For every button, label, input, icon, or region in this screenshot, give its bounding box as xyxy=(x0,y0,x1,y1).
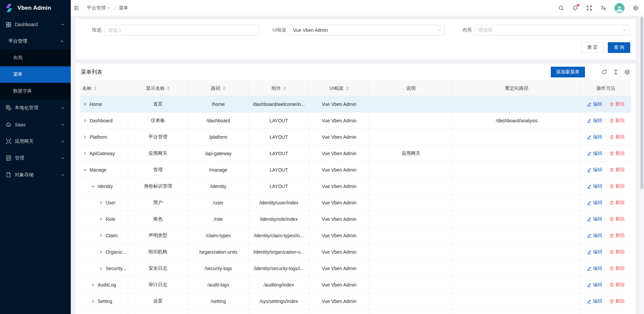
sidebar-item-localization[interactable]: 本地化管理 xyxy=(0,100,71,116)
edit-button[interactable]: 编辑 xyxy=(587,118,602,124)
table-row[interactable]: Platform平台管理/platformLAYOUTVue Vben Admi… xyxy=(80,129,631,145)
delete-button[interactable]: 删除 xyxy=(609,101,625,107)
settings-button[interactable] xyxy=(633,5,639,11)
delete-button[interactable]: 删除 xyxy=(609,298,625,304)
search-button[interactable] xyxy=(558,5,564,11)
notification-button[interactable] xyxy=(572,5,578,11)
sort-caret-icon[interactable] xyxy=(223,86,225,90)
avatar[interactable] xyxy=(614,3,625,13)
add-menu-button[interactable]: 添加新菜单 xyxy=(551,67,585,77)
translate-button[interactable] xyxy=(600,5,606,11)
expand-row-icon[interactable] xyxy=(99,234,103,238)
edit-button[interactable]: 编辑 xyxy=(587,183,602,189)
delete-button[interactable]: 删除 xyxy=(609,167,625,173)
chevron-down-icon xyxy=(107,6,111,10)
scrollbar-thumb[interactable] xyxy=(640,17,643,189)
sidebar-item-manage[interactable]: 管理 xyxy=(0,150,71,167)
edit-button[interactable]: 编辑 xyxy=(587,167,602,173)
table-row[interactable]: Security...安全日志/security-logs/identity/s… xyxy=(80,260,631,277)
expand-row-icon[interactable] xyxy=(99,250,103,254)
app-logo[interactable]: Vben Admin xyxy=(0,0,71,16)
edit-button[interactable]: 编辑 xyxy=(587,282,602,288)
ui-framework-select[interactable]: Vue Vben Admin xyxy=(289,25,444,36)
cell-path: /user xyxy=(188,195,249,211)
delete-button[interactable]: 删除 xyxy=(609,282,625,288)
breadcrumb-section[interactable]: 平台管理 xyxy=(87,5,111,11)
column-header-display[interactable]: 显示名称 xyxy=(128,80,188,96)
column-header-framework[interactable]: UI框架 xyxy=(309,80,369,96)
table-row[interactable]: User用户/user/identity/user/indexVue Vben … xyxy=(80,195,631,211)
delete-button[interactable]: 删除 xyxy=(609,200,625,206)
column-header-component[interactable]: 组件 xyxy=(249,80,309,96)
edit-button[interactable]: 编辑 xyxy=(587,134,602,140)
column-header-path[interactable]: 路径 xyxy=(188,80,249,96)
table-row[interactable]: Setting设置/setting/sys/settings/indexVue … xyxy=(80,293,631,310)
sidebar-item-dashboard[interactable]: Dashboard xyxy=(0,16,71,33)
table-row[interactable]: Home首页/home/dashboard/welcome/in...Vue V… xyxy=(80,96,631,113)
sort-caret-icon[interactable] xyxy=(94,86,97,90)
table-row[interactable]: Identity身份标识管理/identityLAYOUTVue Vben Ad… xyxy=(80,178,631,195)
sidebar-item-layout[interactable]: 布局 xyxy=(0,50,71,66)
delete-button[interactable]: 删除 xyxy=(609,216,625,222)
edit-button[interactable]: 编辑 xyxy=(587,150,602,156)
table-row[interactable]: Organiz...组织机构/organization-units/identi… xyxy=(80,244,631,260)
sidebar-item-saas[interactable]: Saas xyxy=(0,116,71,133)
table-row[interactable]: Manage管理/manageLAYOUTVue Vben Admin编辑删除 xyxy=(80,162,631,178)
expand-row-icon[interactable] xyxy=(91,299,95,304)
expand-row-icon[interactable] xyxy=(99,201,103,205)
sidebar-item-object-storage[interactable]: 对象存储 xyxy=(0,167,71,183)
delete-button[interactable]: 删除 xyxy=(609,134,625,140)
sidebar-item-platform-group[interactable]: 平台管理 xyxy=(0,33,71,50)
search-submit-button[interactable]: 查询 xyxy=(608,42,630,53)
row-height-icon xyxy=(613,69,619,75)
edit-button[interactable]: 编辑 xyxy=(587,249,602,255)
edit-button[interactable]: 编辑 xyxy=(587,216,602,222)
table-row[interactable]: Claim声明类型/claim-types/identity/claim-typ… xyxy=(80,228,631,244)
collapse-row-icon[interactable] xyxy=(83,168,87,172)
edit-icon xyxy=(587,135,592,139)
edit-button[interactable]: 编辑 xyxy=(587,200,602,206)
expand-row-icon[interactable] xyxy=(99,266,103,271)
delete-button[interactable]: 删除 xyxy=(609,265,625,271)
expand-row-icon[interactable] xyxy=(83,135,87,139)
delete-button[interactable]: 删除 xyxy=(609,183,625,189)
sort-caret-icon[interactable] xyxy=(346,86,349,90)
sidebar-item-data-dictionary[interactable]: 数据字典 xyxy=(0,83,71,100)
edit-icon xyxy=(587,118,592,123)
collapse-row-icon[interactable] xyxy=(91,184,95,189)
expand-row-icon[interactable] xyxy=(99,217,103,222)
edit-button[interactable]: 编辑 xyxy=(587,265,602,271)
edit-button[interactable]: 编辑 xyxy=(587,101,602,107)
refresh-button[interactable] xyxy=(601,69,607,75)
sidebar-collapse-button[interactable] xyxy=(71,0,82,16)
column-header-name[interactable]: 名称 xyxy=(80,80,128,96)
table-row[interactable] xyxy=(80,310,631,314)
table-row[interactable]: Dashboard仪表板/dashboardLAYOUTVue Vben Adm… xyxy=(80,113,631,129)
search-icon xyxy=(558,5,564,11)
edit-button[interactable]: 编辑 xyxy=(587,298,602,304)
table-row[interactable]: Role角色/role/identity/role/indexVue Vben … xyxy=(80,211,631,228)
sidebar-item-app-gateway[interactable]: 应用网关 xyxy=(0,133,71,150)
delete-button[interactable]: 删除 xyxy=(609,249,625,255)
sidebar-item-menu[interactable]: 菜单 xyxy=(0,66,71,83)
table-row[interactable]: AuditLog审计日志/audit-logs/auditing/indexVu… xyxy=(80,277,631,293)
sort-caret-icon[interactable] xyxy=(167,86,170,90)
keyword-input[interactable] xyxy=(104,25,259,36)
page-scrollbar[interactable] xyxy=(640,16,644,314)
reset-button[interactable]: 重置 xyxy=(581,42,604,53)
sort-caret-icon[interactable] xyxy=(283,86,286,90)
expand-row-icon[interactable] xyxy=(91,283,95,287)
expand-row-icon[interactable] xyxy=(83,151,87,156)
table-row[interactable]: ApiGateway应用网关/api-gatewayLAYOUTVue Vben… xyxy=(80,145,631,162)
delete-button[interactable]: 删除 xyxy=(609,118,625,124)
edit-button[interactable]: 编辑 xyxy=(587,233,602,239)
layout-select[interactable]: 请选择 xyxy=(475,25,630,36)
delete-button[interactable]: 删除 xyxy=(609,233,625,239)
table-settings-button[interactable] xyxy=(624,69,630,75)
gear-icon xyxy=(624,69,630,75)
row-height-button[interactable] xyxy=(613,69,619,75)
delete-button[interactable]: 删除 xyxy=(609,150,625,156)
fullscreen-button[interactable] xyxy=(586,5,592,11)
expand-row-icon[interactable] xyxy=(83,119,87,123)
expand-row-icon[interactable] xyxy=(83,102,87,107)
